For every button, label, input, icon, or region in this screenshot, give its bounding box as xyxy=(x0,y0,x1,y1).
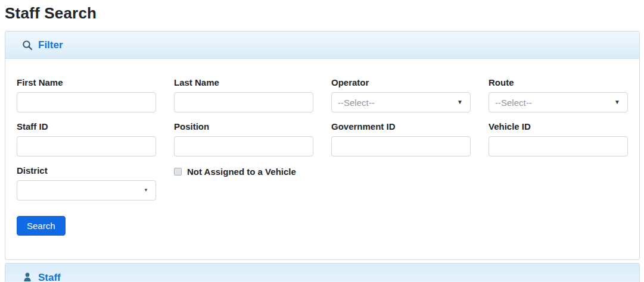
spacer xyxy=(489,165,628,209)
not-assigned-group: Not Assigned to a Vehicle xyxy=(174,165,313,200)
search-button-cell: Search xyxy=(17,209,156,236)
chevron-down-icon: ▼ xyxy=(614,99,620,105)
district-label: District xyxy=(17,165,156,177)
position-input[interactable] xyxy=(174,136,313,156)
filter-panel-title: Filter xyxy=(38,39,63,51)
position-group: Position xyxy=(174,121,313,156)
filter-panel-header[interactable]: Filter xyxy=(5,32,639,59)
staff-panel-header[interactable]: Staff xyxy=(5,264,639,282)
operator-select[interactable]: --Select-- ▼ xyxy=(331,92,471,112)
staff-id-label: Staff ID xyxy=(17,121,156,133)
operator-group: Operator --Select-- ▼ xyxy=(331,77,471,112)
page: Staff Search Filter First Name Last Name xyxy=(0,0,644,282)
not-assigned-checkbox[interactable] xyxy=(174,168,182,176)
filter-form: First Name Last Name Operator --Select--… xyxy=(17,77,628,236)
last-name-label: Last Name xyxy=(174,77,313,89)
position-label: Position xyxy=(174,121,313,133)
filter-panel: Filter First Name Last Name Operator --S… xyxy=(5,31,640,260)
last-name-input[interactable] xyxy=(174,92,313,112)
operator-select-value: --Select-- xyxy=(338,98,375,108)
chevron-down-icon: ▼ xyxy=(457,99,463,105)
route-label: Route xyxy=(489,77,628,89)
filter-panel-body: First Name Last Name Operator --Select--… xyxy=(5,59,639,259)
first-name-label: First Name xyxy=(17,77,156,89)
first-name-group: First Name xyxy=(17,77,156,112)
route-select[interactable]: --Select-- ▼ xyxy=(489,92,628,112)
route-select-value: --Select-- xyxy=(495,98,532,108)
staff-panel-title: Staff xyxy=(38,272,61,282)
district-select[interactable]: ▼ xyxy=(17,180,156,200)
search-icon xyxy=(22,40,33,51)
vehicle-id-label: Vehicle ID xyxy=(489,121,628,133)
vehicle-id-input[interactable] xyxy=(489,136,628,156)
search-button[interactable]: Search xyxy=(17,216,66,236)
government-id-label: Government ID xyxy=(331,121,471,133)
page-title: Staff Search xyxy=(5,4,640,23)
not-assigned-label: Not Assigned to a Vehicle xyxy=(187,166,296,178)
staff-id-group: Staff ID xyxy=(17,121,156,156)
staff-id-input[interactable] xyxy=(17,136,156,156)
route-group: Route --Select-- ▼ xyxy=(489,77,628,112)
staff-panel: Staff xyxy=(5,263,640,282)
spacer xyxy=(331,165,471,209)
last-name-group: Last Name xyxy=(174,77,313,112)
district-group: District ▼ xyxy=(17,165,156,200)
chevron-down-icon: ▼ xyxy=(144,188,148,193)
person-icon xyxy=(22,272,33,282)
operator-label: Operator xyxy=(331,77,471,89)
first-name-input[interactable] xyxy=(17,92,156,112)
government-id-group: Government ID xyxy=(331,121,471,156)
vehicle-id-group: Vehicle ID xyxy=(489,121,628,156)
government-id-input[interactable] xyxy=(331,136,471,156)
